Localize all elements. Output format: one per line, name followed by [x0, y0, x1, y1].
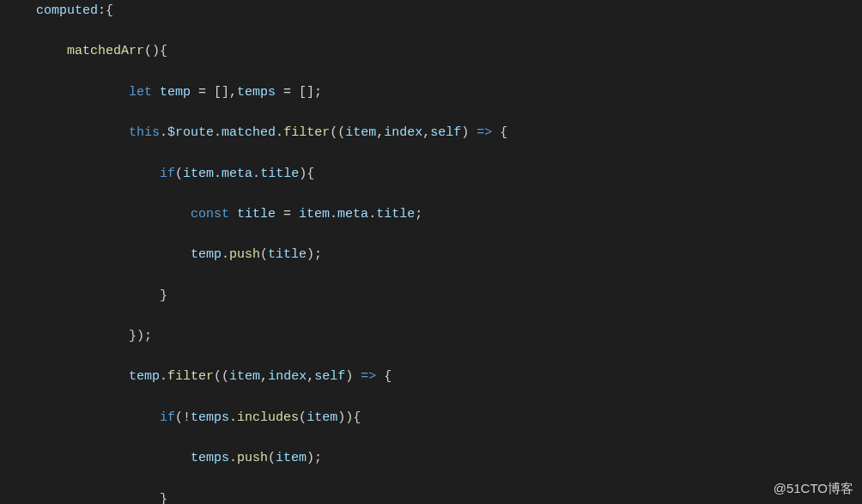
watermark-label: @51CTO博客 — [774, 478, 853, 499]
code-line[interactable]: } — [36, 286, 862, 307]
code-editor[interactable]: computed:{ matchedArr(){ let temp = [],t… — [0, 0, 862, 504]
code-line[interactable]: temp.filter((item,index,self) => { — [36, 367, 862, 387]
code-line[interactable]: matchedArr(){ — [36, 41, 862, 62]
code-line[interactable]: }); — [36, 326, 862, 347]
code-line[interactable]: computed:{ — [36, 1, 862, 21]
code-line[interactable]: const title = item.meta.title; — [36, 204, 862, 225]
code-line[interactable]: let temp = [],temps = []; — [36, 82, 862, 103]
code-line[interactable]: temp.push(title); — [36, 245, 862, 265]
code-line[interactable]: this.$route.matched.filter((item,index,s… — [36, 123, 862, 143]
code-line[interactable]: if(item.meta.title){ — [36, 164, 862, 185]
code-line[interactable]: temps.push(item); — [36, 448, 862, 469]
code-line[interactable]: if(!temps.includes(item)){ — [36, 408, 862, 428]
code-line[interactable]: } — [36, 489, 862, 505]
